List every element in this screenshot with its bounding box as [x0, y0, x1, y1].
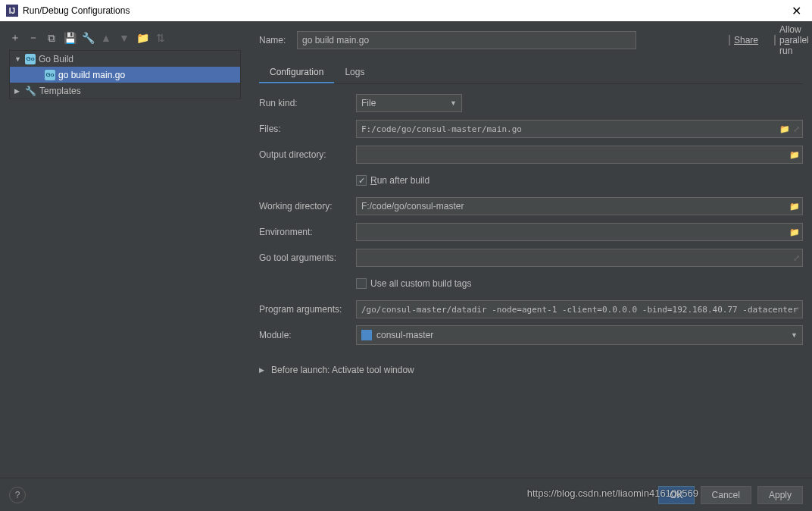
help-button[interactable]: ?: [9, 487, 26, 503]
module-select[interactable]: consul-master ▼: [356, 325, 803, 345]
chevron-down-icon[interactable]: ▼: [14, 55, 22, 63]
ok-button[interactable]: OK: [658, 486, 694, 504]
run-after-build-checkbox[interactable]: Run after build: [356, 175, 429, 186]
config-tree: ▼ Go Go Build Go go build main.go ▶ 🔧 Te…: [9, 50, 241, 99]
working-dir-input[interactable]: [356, 197, 803, 215]
tree-label: Templates: [39, 86, 81, 96]
allow-parallel-label: Allow parallel run: [779, 24, 809, 56]
folder-icon[interactable]: 📁: [789, 227, 800, 237]
checkbox-icon: [356, 278, 367, 289]
go-tool-args-input[interactable]: [356, 249, 803, 267]
tree-label: Go Build: [39, 54, 73, 64]
copy-icon[interactable]: ⧉: [45, 32, 58, 44]
before-launch-label: Before launch: Activate tool window: [271, 365, 414, 375]
program-args-label: Program arguments:: [259, 304, 356, 315]
bottom-bar: ? OK Cancel Apply: [0, 478, 812, 511]
output-dir-label: Output directory:: [259, 149, 356, 160]
name-label: Name:: [259, 35, 288, 45]
use-custom-tags-checkbox[interactable]: Use all custom build tags: [356, 278, 471, 289]
tree-toolbar: ＋ － ⧉ 💾 🔧 ▲ ▼ 📁 ⇅: [9, 29, 241, 47]
tab-configuration[interactable]: Configuration: [259, 62, 334, 83]
go-icon: Go: [25, 54, 36, 64]
run-after-build-label: Run after build: [370, 175, 429, 186]
folder-icon[interactable]: 📁: [789, 202, 800, 212]
app-icon: IJ: [6, 5, 18, 17]
close-icon[interactable]: ✕: [787, 4, 806, 18]
apply-button[interactable]: Apply: [757, 486, 803, 504]
expand-icon[interactable]: ⤢: [793, 305, 800, 315]
wrench-icon: 🔧: [25, 86, 36, 96]
tree-node-go-build[interactable]: ▼ Go Go Build: [10, 51, 240, 67]
tree-node-go-build-main[interactable]: Go go build main.go: [10, 67, 240, 83]
cancel-button[interactable]: Cancel: [701, 486, 751, 504]
output-dir-input[interactable]: [356, 146, 803, 164]
chevron-down-icon: ▼: [450, 99, 457, 107]
expand-icon[interactable]: ⤢: [793, 124, 800, 134]
files-input[interactable]: [356, 120, 803, 138]
go-icon: Go: [45, 70, 55, 80]
module-value: consul-master: [376, 330, 433, 340]
environment-label: Environment:: [259, 227, 356, 237]
chevron-down-icon: ▼: [791, 331, 798, 339]
checkbox-icon: [729, 35, 730, 45]
chevron-right-icon[interactable]: ▶: [14, 87, 22, 95]
save-icon[interactable]: 💾: [64, 32, 76, 44]
run-kind-select[interactable]: File ▼: [356, 94, 462, 112]
tree-label: go build main.go: [58, 70, 125, 80]
use-custom-tags-label: Use all custom build tags: [370, 278, 471, 289]
up-icon: ▲: [100, 32, 112, 44]
working-dir-label: Working directory:: [259, 201, 356, 212]
run-kind-label: Run kind:: [259, 98, 356, 108]
module-icon: [361, 330, 372, 340]
add-icon[interactable]: ＋: [9, 32, 21, 44]
run-kind-value: File: [361, 98, 376, 108]
expand-icon[interactable]: ⤢: [793, 253, 800, 263]
allow-parallel-checkbox[interactable]: Allow parallel run: [774, 24, 803, 56]
sort-icon: ⇅: [155, 32, 167, 44]
go-tool-args-label: Go tool arguments:: [259, 252, 356, 263]
name-input[interactable]: [297, 31, 636, 49]
tabs: Configuration Logs: [259, 62, 803, 84]
tree-node-templates[interactable]: ▶ 🔧 Templates: [10, 83, 240, 99]
program-args-input[interactable]: [356, 300, 803, 318]
wrench-icon[interactable]: 🔧: [82, 32, 94, 44]
share-label: Share: [734, 35, 758, 45]
before-launch-section[interactable]: ▶ Before launch: Activate tool window: [259, 365, 803, 375]
checkbox-icon: [356, 175, 367, 186]
environment-input[interactable]: [356, 223, 803, 241]
share-checkbox[interactable]: Share: [729, 35, 757, 45]
tab-logs[interactable]: Logs: [334, 62, 375, 83]
folder-icon[interactable]: 📁: [779, 124, 790, 134]
remove-icon[interactable]: －: [27, 32, 39, 44]
checkbox-icon: [774, 35, 776, 45]
down-icon: ▼: [118, 32, 130, 44]
titlebar: IJ Run/Debug Configurations ✕: [0, 0, 812, 21]
window-title: Run/Debug Configurations: [23, 5, 130, 16]
module-label: Module:: [259, 330, 356, 340]
chevron-right-icon: ▶: [259, 366, 267, 374]
folder-icon[interactable]: 📁: [136, 32, 148, 44]
files-label: Files:: [259, 124, 356, 134]
folder-icon[interactable]: 📁: [789, 150, 800, 160]
